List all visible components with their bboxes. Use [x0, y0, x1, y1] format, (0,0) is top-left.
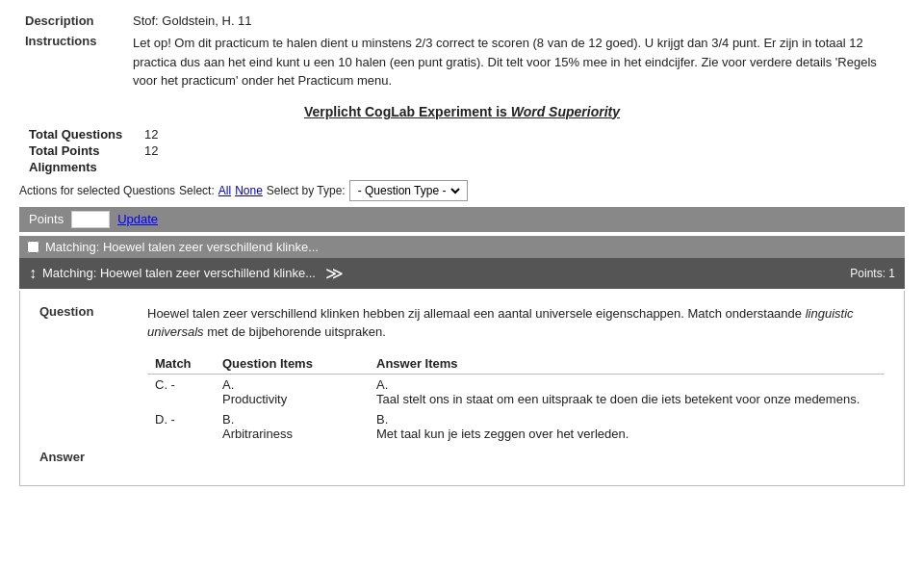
answer-table: Match Question Items Answer Items C. - A…	[147, 353, 885, 444]
actions-bar: Actions for selected Questions Select: A…	[19, 180, 905, 201]
question-content: Question Hoewel talen zeer verschillend …	[19, 291, 905, 486]
match-cell-2: D. -	[147, 409, 215, 444]
points-bar-label: Points	[29, 212, 64, 226]
description-label: Description	[21, 12, 127, 30]
total-points-value: 12	[144, 143, 158, 158]
experiment-title-underline: Verplicht CogLab Experiment is Word Supe…	[304, 104, 620, 119]
instructions-text: Let op! Om dit practicum te halen dient …	[129, 32, 903, 92]
question-checkbox[interactable]	[27, 241, 39, 253]
points-badge-value: 1	[888, 267, 895, 280]
select-all-link[interactable]: All	[218, 184, 231, 197]
question-item-1: A.Productivity	[215, 374, 369, 409]
points-badge: Points: 1	[850, 267, 895, 280]
question-text-part1: Hoewel talen zeer verschillend klinken h…	[147, 306, 802, 321]
question-header-title: Matching: Hoewel talen zeer verschillend…	[45, 240, 319, 254]
meta-table: Description Stof: Goldstein, H. 11 Instr…	[19, 10, 905, 94]
answer-item-1: A.Taal stelt ons in staat om een uitspra…	[369, 374, 885, 409]
alignments-row: Alignments	[29, 160, 905, 174]
experiment-title-name: Word Superiority	[511, 104, 620, 119]
expanded-question-bar: ↕ Matching: Hoewel talen zeer verschille…	[19, 258, 905, 289]
total-points-row: Total Points 12	[29, 143, 905, 158]
match-col-header: Match	[147, 353, 215, 375]
match-cell-1: C. -	[147, 374, 215, 409]
answer-items-col-header: Answer Items	[369, 353, 885, 375]
points-badge-label: Points:	[850, 267, 886, 280]
question-header-bar: Matching: Hoewel talen zeer verschillend…	[19, 236, 905, 258]
question-type-select[interactable]: - Question Type -	[354, 183, 463, 198]
answer-item-2: B.Met taal kun je iets zeggen over het v…	[369, 409, 885, 444]
total-points-label: Total Points	[29, 143, 144, 158]
question-item-2: B.Arbitrariness	[215, 409, 369, 444]
actions-label: Actions for selected Questions	[19, 184, 175, 197]
question-text-cell: Hoewel talen zeer verschillend klinken h…	[143, 302, 888, 344]
sort-arrow-icon[interactable]: ↕	[29, 265, 37, 282]
select-by-type-label: Select by Type:	[267, 184, 346, 197]
alignments-label: Alignments	[29, 160, 144, 174]
select-label: Select:	[179, 184, 215, 197]
experiment-title-prefix: Verplicht CogLab Experiment is	[304, 104, 507, 119]
table-row: D. - B.Arbitrariness B.Met taal kun je i…	[147, 409, 885, 444]
expanded-question-title: Matching: Hoewel talen zeer verschillend…	[42, 266, 316, 280]
experiment-title: Verplicht CogLab Experiment is Word Supe…	[19, 104, 905, 119]
description-text: Stof: Goldstein, H. 11	[133, 13, 252, 28]
question-field-label: Question	[36, 302, 141, 344]
points-bar: Points Update	[19, 207, 905, 232]
page-container: Description Stof: Goldstein, H. 11 Instr…	[0, 0, 924, 496]
stats-block: Total Questions 12 Total Points 12 Align…	[29, 127, 905, 174]
answer-field-cell	[143, 448, 888, 466]
question-text-part2: met de bijbehorende uitspraken.	[207, 324, 386, 339]
total-questions-row: Total Questions 12	[29, 127, 905, 142]
description-value: Stof: Goldstein, H. 11	[129, 12, 903, 30]
select-none-link[interactable]: None	[235, 184, 263, 197]
table-row: C. - A.Productivity A.Taal stelt ons in …	[147, 374, 885, 409]
answer-table-cell: Match Question Items Answer Items C. - A…	[143, 346, 888, 446]
question-type-dropdown[interactable]: - Question Type -	[349, 180, 468, 201]
collapse-icon[interactable]: ≫	[325, 263, 344, 284]
instructions-content: Let op! Om dit practicum te halen dient …	[133, 36, 877, 88]
total-questions-label: Total Questions	[29, 127, 144, 142]
points-input[interactable]	[71, 211, 110, 228]
question-meta-table: Question Hoewel talen zeer verschillend …	[34, 300, 890, 468]
total-questions-value: 12	[144, 127, 158, 142]
answer-field-label: Answer	[36, 448, 141, 466]
update-link[interactable]: Update	[117, 212, 158, 226]
instructions-label: Instructions	[21, 32, 127, 92]
question-items-col-header: Question Items	[215, 353, 369, 375]
